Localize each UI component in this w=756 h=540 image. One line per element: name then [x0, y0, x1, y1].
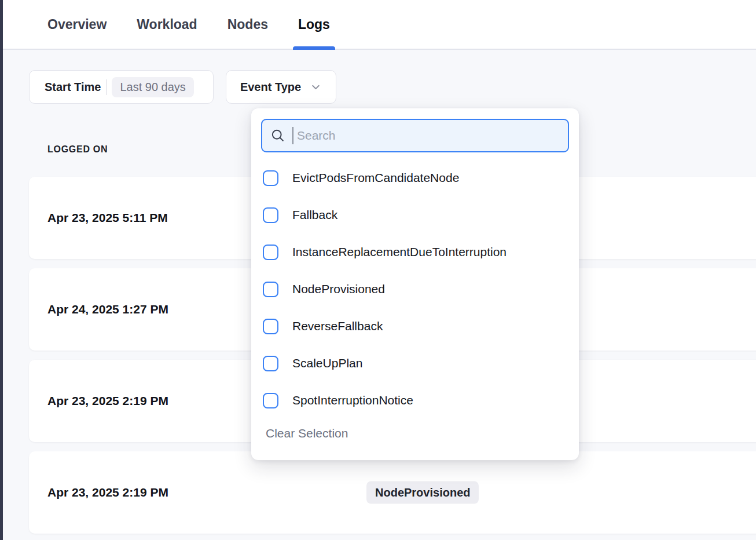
- event-type-option-list: EvictPodsFromCandidateNode Fallback Inst…: [251, 159, 579, 419]
- option-instancereplacementduetointerruption[interactable]: InstanceReplacementDueToInterruption: [251, 233, 579, 271]
- event-type-dropdown-panel: EvictPodsFromCandidateNode Fallback Inst…: [251, 108, 579, 460]
- start-time-filter-button[interactable]: Start Time Last 90 days: [29, 70, 214, 104]
- logged-on-value: Apr 24, 2025 1:27 PM: [47, 302, 168, 316]
- option-label: InstanceReplacementDueToInterruption: [292, 245, 507, 259]
- option-spotinterruptionnotice[interactable]: SpotInterruptionNotice: [251, 382, 579, 419]
- tab-logs[interactable]: Logs: [298, 0, 330, 49]
- checkbox-unchecked-icon[interactable]: [263, 393, 278, 408]
- option-label: ReverseFallback: [292, 319, 383, 333]
- tab-workload[interactable]: Workload: [137, 0, 197, 49]
- event-type-badge: NodeProvisioned: [366, 481, 479, 504]
- text-cursor: [292, 127, 293, 144]
- tab-bar: Overview Workload Nodes Logs: [0, 0, 756, 50]
- dropdown-search-box[interactable]: [261, 119, 569, 152]
- checkbox-unchecked-icon[interactable]: [263, 319, 278, 334]
- option-evictpodsfromcandidatenode[interactable]: EvictPodsFromCandidateNode: [251, 159, 579, 196]
- option-fallback[interactable]: Fallback: [251, 196, 579, 233]
- app-sidebar-edge: [0, 0, 3, 540]
- event-type-filter-button[interactable]: Event Type: [226, 70, 336, 104]
- logged-on-value: Apr 23, 2025 2:19 PM: [47, 486, 168, 499]
- option-label: ScaleUpPlan: [292, 356, 362, 370]
- option-reversefallback[interactable]: ReverseFallback: [251, 308, 579, 345]
- logged-on-value: Apr 23, 2025 5:11 PM: [47, 211, 168, 225]
- tabs: Overview Workload Nodes Logs: [0, 0, 756, 49]
- search-icon: [271, 129, 285, 143]
- logged-on-column-header: LOGGED ON: [47, 144, 108, 155]
- option-label: NodeProvisioned: [292, 282, 385, 296]
- filter-divider: [106, 79, 107, 95]
- checkbox-unchecked-icon[interactable]: [263, 170, 278, 186]
- option-label: EvictPodsFromCandidateNode: [292, 171, 459, 185]
- checkbox-unchecked-icon[interactable]: [263, 282, 278, 297]
- clear-selection-button[interactable]: Clear Selection: [266, 426, 348, 440]
- log-row: Apr 23, 2025 2:19 PM NodeProvisioned: [29, 451, 756, 534]
- option-nodeprovisioned[interactable]: NodeProvisioned: [251, 271, 579, 308]
- chevron-down-icon: [310, 81, 322, 93]
- logs-page: Overview Workload Nodes Logs Start Time …: [0, 0, 756, 540]
- option-label: SpotInterruptionNotice: [292, 393, 413, 407]
- option-label: Fallback: [292, 208, 337, 222]
- checkbox-unchecked-icon[interactable]: [263, 245, 278, 260]
- tab-overview[interactable]: Overview: [47, 0, 107, 49]
- event-type-filter-label: Event Type: [240, 81, 301, 94]
- start-time-filter-value: Last 90 days: [112, 77, 193, 97]
- start-time-filter-label: Start Time: [45, 81, 101, 94]
- checkbox-unchecked-icon[interactable]: [263, 356, 278, 371]
- search-input[interactable]: [297, 129, 559, 143]
- tab-nodes[interactable]: Nodes: [227, 0, 268, 49]
- logged-on-value: Apr 23, 2025 2:19 PM: [47, 394, 168, 408]
- option-scaleupplan[interactable]: ScaleUpPlan: [251, 345, 579, 382]
- checkbox-unchecked-icon[interactable]: [263, 207, 278, 223]
- filter-bar: Start Time Last 90 days Event Type: [29, 70, 336, 104]
